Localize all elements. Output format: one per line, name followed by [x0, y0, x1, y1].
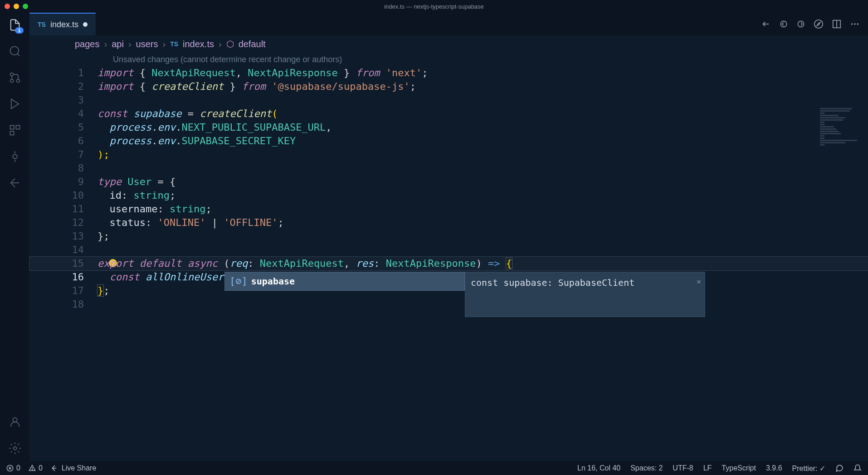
variable-icon: [⊘] [229, 274, 248, 288]
more-actions-icon[interactable] [850, 19, 860, 29]
code-line[interactable]: 1import { NextApiRequest, NextApiRespons… [29, 66, 868, 80]
svg-point-18 [851, 23, 853, 25]
typescript-file-icon: TS [38, 21, 46, 28]
chevron-right-icon: › [104, 39, 107, 49]
breadcrumbs: pages › api › users › TS index.ts › ⬡ de… [29, 35, 868, 53]
code-line[interactable]: 10 id: string; [29, 189, 868, 202]
maximize-window-button[interactable] [23, 4, 28, 9]
window-title: index.ts — nextjs-typescript-supabase [384, 3, 484, 10]
svg-point-11 [13, 447, 16, 450]
code-line[interactable]: 9type User = { [29, 175, 868, 189]
code-line[interactable]: 11 username: string; [29, 202, 868, 216]
suggestion-item[interactable]: [⊘] supabase [224, 272, 465, 291]
svg-point-19 [854, 23, 856, 25]
prettier-status[interactable]: Prettier: ✓ [792, 464, 825, 473]
ts-version-status[interactable]: 3.9.6 [766, 464, 782, 472]
code-line[interactable]: 2import { createClient } from '@supabase… [29, 80, 868, 93]
svg-point-0 [10, 47, 19, 55]
code-line[interactable]: 5 process.env.NEXT_PUBLIC_SUPABASE_URL, [29, 121, 868, 134]
split-editor-icon[interactable] [832, 19, 842, 29]
explorer-icon[interactable]: 1 [8, 18, 22, 32]
code-line[interactable]: 7); [29, 148, 868, 162]
share-icon[interactable] [8, 176, 22, 190]
source-control-icon[interactable] [8, 71, 22, 84]
code-line[interactable]: 14 [29, 243, 868, 257]
svg-point-2 [10, 73, 13, 76]
svg-rect-8 [10, 131, 14, 135]
breadcrumb-api[interactable]: api [112, 39, 124, 49]
svg-marker-5 [11, 99, 18, 109]
chevron-right-icon: › [219, 39, 222, 49]
svg-point-10 [13, 418, 17, 422]
svg-point-20 [857, 23, 859, 25]
errors-status[interactable]: 0 [6, 464, 20, 472]
editor-tabs: TS index.ts [29, 13, 868, 35]
close-icon[interactable]: ✕ [697, 275, 701, 289]
minimize-window-button[interactable] [14, 4, 19, 9]
code-line[interactable]: 18 [29, 298, 868, 311]
code-line[interactable]: 3 [29, 93, 868, 107]
code-line[interactable]: 13}; [29, 230, 868, 243]
explorer-badge: 1 [15, 27, 23, 34]
debug-icon[interactable] [8, 97, 22, 111]
code-line[interactable]: 4const supabase = createClient( [29, 107, 868, 121]
typescript-file-icon: TS [170, 40, 178, 48]
svg-point-13 [798, 21, 804, 27]
breadcrumb-symbol[interactable]: default [239, 39, 266, 49]
feedback-icon[interactable] [835, 464, 844, 472]
unsaved-indicator-icon [83, 22, 88, 27]
editor-area: TS index.ts pages › api › users › TS ind… [29, 13, 868, 461]
svg-marker-15 [817, 22, 820, 25]
tab-index-ts[interactable]: TS index.ts [29, 13, 96, 35]
extensions-icon[interactable] [8, 123, 22, 137]
code-line[interactable]: 8 [29, 162, 868, 175]
svg-point-9 [13, 154, 17, 158]
breadcrumb-pages[interactable]: pages [75, 39, 100, 49]
language-mode-status[interactable]: TypeScript [722, 464, 756, 472]
svg-point-4 [10, 79, 13, 83]
account-icon[interactable] [8, 415, 22, 429]
eol-status[interactable]: LF [703, 464, 712, 472]
breadcrumb-users[interactable]: users [136, 39, 158, 49]
chevron-right-icon: › [128, 39, 132, 49]
search-icon[interactable] [8, 44, 22, 58]
intellisense-popup: [⊘] supabase const supabase: SupabaseCli… [224, 272, 705, 291]
suggestion-documentation: const supabase: SupabaseClient ✕ [465, 272, 705, 317]
svg-line-1 [17, 54, 20, 56]
breadcrumb-file[interactable]: index.ts [183, 39, 214, 49]
status-bar: 0 0 Live Share Ln 16, Col 40 Spaces: 2 U… [0, 461, 868, 475]
svg-point-25 [32, 470, 32, 470]
editor-actions [761, 13, 868, 35]
symbol-icon: ⬡ [226, 39, 234, 49]
encoding-status[interactable]: UTF-8 [673, 464, 693, 472]
settings-gear-icon[interactable] [8, 441, 22, 455]
close-window-button[interactable] [5, 4, 10, 9]
svg-rect-7 [16, 126, 20, 129]
indentation-status[interactable]: Spaces: 2 [630, 464, 663, 472]
go-back-icon[interactable] [761, 19, 771, 29]
chevron-right-icon: › [162, 39, 166, 49]
code-line[interactable]: 15export default async (req: NextApiRequ… [29, 257, 868, 270]
nav-prev-icon[interactable] [779, 20, 788, 29]
suggestion-label: supabase [251, 274, 295, 288]
notifications-icon[interactable] [853, 464, 862, 472]
svg-point-12 [780, 21, 786, 27]
svg-rect-6 [10, 126, 14, 129]
activity-bar: 1 [0, 13, 29, 461]
window-controls [5, 4, 28, 9]
live-share-button[interactable]: Live Share [51, 464, 97, 472]
nav-next-icon[interactable] [796, 20, 805, 29]
cursor-position-status[interactable]: Ln 16, Col 40 [577, 464, 620, 472]
gitlens-icon[interactable] [8, 150, 22, 163]
code-editor[interactable]: 1import { NextApiRequest, NextApiRespons… [29, 66, 868, 461]
svg-point-3 [16, 79, 20, 83]
unsaved-banner: Unsaved changes (cannot determine recent… [29, 53, 868, 66]
title-bar: index.ts — nextjs-typescript-supabase [0, 0, 868, 13]
code-line[interactable]: 12 status: 'ONLINE' | 'OFFLINE'; [29, 216, 868, 230]
warnings-status[interactable]: 0 [29, 464, 43, 472]
code-line[interactable]: 6 process.env.SUPABASE_SECRET_KEY [29, 134, 868, 148]
compass-icon[interactable] [814, 19, 824, 29]
tab-filename: index.ts [50, 20, 78, 29]
svg-point-14 [814, 20, 823, 28]
